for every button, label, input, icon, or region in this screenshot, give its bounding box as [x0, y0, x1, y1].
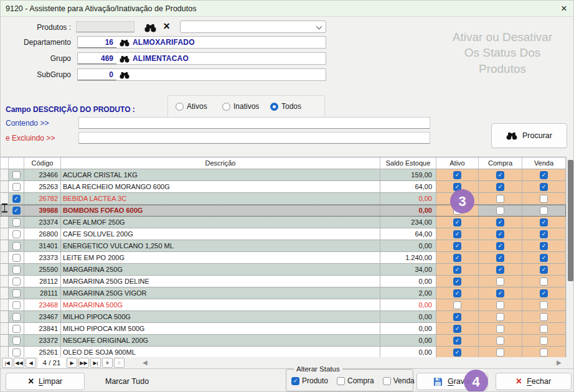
row-select-checkbox[interactable] [12, 183, 21, 191]
compra-checkbox[interactable]: ✓ [496, 171, 504, 179]
table-row[interactable]: 23372NESCAFE ORIGINAL 200G0,00✓ [1, 335, 566, 347]
limpar-button[interactable]: × Limpar [6, 373, 85, 390]
compra-checkbox[interactable] [496, 195, 504, 203]
pager-fast-forward-button[interactable]: ▶▶ [78, 358, 89, 368]
binoculars-icon[interactable] [116, 69, 133, 80]
checkbox-produto[interactable]: ✓ Produto [291, 376, 328, 385]
row-select-checkbox[interactable] [12, 289, 21, 297]
pager-prev-button[interactable]: ◀ [26, 358, 36, 368]
compra-checkbox[interactable] [496, 207, 504, 215]
close-icon[interactable]: × [561, 2, 567, 16]
radio-inativos[interactable]: Inativos [222, 102, 259, 111]
grupo-field[interactable]: 469 ALIMENTACAO [77, 52, 326, 65]
venda-checkbox[interactable]: ✓ [540, 289, 548, 297]
row-select-checkbox[interactable]: ✓ [12, 207, 21, 215]
ativo-checkbox[interactable]: ✓ [453, 337, 461, 345]
header-codigo[interactable]: Código [24, 157, 61, 169]
compra-checkbox[interactable] [496, 325, 504, 333]
radio-todos[interactable]: Todos [270, 102, 301, 111]
compra-checkbox[interactable]: ✓ [496, 218, 504, 226]
ativo-checkbox[interactable]: ✓ [453, 242, 461, 250]
compra-checkbox[interactable] [496, 301, 504, 309]
ativo-checkbox[interactable]: ✓ [453, 313, 461, 321]
table-row[interactable]: 28112MARGARINA 250G DELINE0,00✓ [1, 276, 566, 287]
compra-checkbox[interactable]: ✓ [496, 254, 504, 262]
ativo-checkbox[interactable]: ✓ [453, 289, 461, 297]
produtos-combobox[interactable] [180, 21, 326, 33]
table-row[interactable]: 23468MARGARINA 500G0,00 [1, 299, 566, 311]
subgrupo-code[interactable]: 0 [78, 69, 116, 80]
header-compra[interactable]: Compra [479, 157, 522, 169]
row-select-checkbox[interactable] [12, 230, 21, 238]
procurar-button[interactable]: Procurar [491, 123, 567, 148]
compra-checkbox[interactable]: ✓ [496, 289, 504, 297]
compra-checkbox[interactable]: ✓ [496, 266, 504, 274]
ativo-checkbox[interactable]: ✓ [453, 325, 461, 333]
table-row[interactable]: 25590MARGARINA 250G34,00✓✓✓ [1, 264, 566, 276]
departamento-field[interactable]: 16 ALMOXARIFADO [77, 36, 326, 49]
grupo-code[interactable]: 469 [78, 53, 116, 64]
departamento-code[interactable]: 16 [78, 37, 116, 48]
compra-checkbox[interactable] [496, 313, 504, 321]
venda-checkbox[interactable]: ✓ [540, 218, 548, 226]
header-descricao[interactable]: Descrição [61, 157, 380, 169]
table-row[interactable]: 25263BALA RECHEIO MORANGO 600G64,00✓✓✓ [1, 181, 566, 193]
binoculars-icon[interactable] [144, 22, 156, 33]
compra-checkbox[interactable]: ✓ [496, 230, 504, 238]
row-select-checkbox[interactable]: ✓ [12, 195, 21, 203]
venda-checkbox[interactable]: ✓ [540, 266, 548, 274]
row-select-checkbox[interactable] [12, 348, 21, 357]
venda-checkbox[interactable] [540, 313, 548, 321]
contendo-input[interactable] [78, 117, 430, 129]
venda-checkbox[interactable] [540, 278, 548, 286]
venda-checkbox[interactable]: ✓ [540, 230, 548, 238]
header-saldo-estoque[interactable]: Saldo Estoque [380, 157, 436, 169]
compra-checkbox[interactable] [496, 348, 504, 357]
ativo-checkbox[interactable]: ✓ [453, 254, 461, 262]
header-venda[interactable]: Venda [522, 157, 566, 169]
ativo-checkbox[interactable]: ✓ [453, 348, 461, 357]
pager-insert-alt-button[interactable]: ✳ [114, 358, 125, 368]
hscroll-right-icon[interactable]: ▶ [557, 359, 562, 366]
table-row[interactable]: 23841MILHO PIPOCA KIM 500G0,00✓ [1, 323, 566, 335]
binoculars-icon[interactable] [116, 53, 133, 64]
marcar-tudo-button[interactable]: Marcar Tudo [105, 377, 149, 386]
row-select-checkbox[interactable] [12, 278, 21, 286]
subgrupo-field[interactable]: 0 [77, 68, 326, 81]
table-row[interactable]: 28111MARGARINA 250G VIGOR2,00✓✓✓ [1, 287, 566, 299]
clear-filter-icon[interactable]: × [163, 20, 170, 33]
venda-checkbox[interactable] [540, 348, 548, 357]
pager-last-button[interactable]: ▶| [90, 358, 101, 368]
checkbox-compra[interactable]: Compra [337, 376, 374, 385]
table-row[interactable]: 23467MILHO PIPOCA 500G0,00✓ [1, 311, 566, 323]
venda-checkbox[interactable]: ✓ [540, 242, 548, 250]
venda-checkbox[interactable]: ✓ [540, 254, 548, 262]
scrollbar-thumb[interactable] [568, 160, 573, 281]
table-row[interactable]: ✓26782BEBIDA LACTEA 3C0,00 [1, 193, 566, 205]
pager-fast-back-button[interactable]: ◀◀ [14, 358, 24, 368]
compra-checkbox[interactable] [496, 337, 504, 345]
ativo-checkbox[interactable] [453, 301, 461, 309]
vertical-scrollbar[interactable] [566, 157, 574, 358]
venda-checkbox[interactable] [540, 301, 548, 309]
row-select-checkbox[interactable] [12, 171, 21, 179]
ativo-checkbox[interactable]: ✓ [453, 171, 461, 179]
row-select-checkbox[interactable] [12, 266, 21, 274]
checkbox-venda[interactable]: Venda [383, 376, 415, 385]
row-select-checkbox[interactable] [12, 218, 21, 226]
row-select-checkbox[interactable] [12, 254, 21, 262]
venda-checkbox[interactable] [540, 325, 548, 333]
venda-checkbox[interactable] [540, 337, 548, 345]
produtos-input[interactable] [76, 21, 134, 32]
venda-checkbox[interactable] [540, 207, 548, 215]
header-ativo[interactable]: Ativo [436, 157, 479, 169]
ativo-checkbox[interactable]: ✓ [453, 218, 461, 226]
pager-next-button[interactable]: ▶ [67, 358, 77, 368]
table-row[interactable]: 26800CAFE SOLUVEL 200G64,00✓✓✓ [1, 228, 566, 240]
compra-checkbox[interactable]: ✓ [496, 242, 504, 250]
ativo-checkbox[interactable]: ✓ [453, 230, 461, 238]
ativo-checkbox[interactable]: ✓ [453, 266, 461, 274]
venda-checkbox[interactable]: ✓ [540, 183, 548, 191]
row-select-checkbox[interactable] [12, 313, 21, 321]
compra-checkbox[interactable]: ✓ [496, 183, 504, 191]
